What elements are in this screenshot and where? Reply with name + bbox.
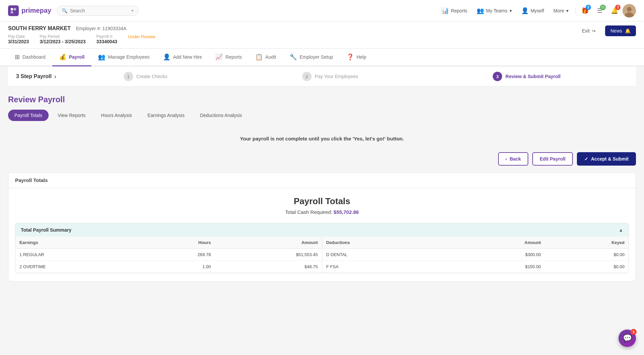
accept-icon: ✓ [584,156,588,162]
earning-hours-1: 1.00 [139,261,215,273]
svg-rect-1 [14,8,16,10]
tab-dashboard[interactable]: ⊞ Dashboard [8,49,52,66]
nav-divider [575,7,576,14]
pay-period-value: 3/12/2023 - 3/25/2023 [40,39,86,44]
exit-button[interactable]: Exit ↪ [578,26,600,36]
employer-name: SOUTH FERRY MARKET [8,25,71,32]
nav-myself-label: Myself [531,8,544,13]
employer-meta: Pay Date: 3/31/2023 Pay Period: 3/12/202… [8,34,155,44]
myself-icon: 👤 [521,7,529,14]
employer-info: SOUTH FERRY MARKET Employer #: 11903334A… [8,25,155,44]
nav-reports-label: Reports [451,8,467,13]
nav-myself[interactable]: 👤 Myself [517,4,548,17]
action-buttons: ‹ Back Edit Payroll ✓ Accept & Submit [8,148,636,172]
my-teams-chevron-icon: ▾ [509,8,512,13]
step-1-label: Create Checks [137,74,168,79]
step-payroll-title: 3 Step Payroll › [16,73,56,80]
list-button[interactable]: ☰ 11 [593,4,606,17]
earnings-table-half: Earnings Hours Amount 1 REGULAR 269.78 [15,237,322,273]
tab-dashboard-label: Dashboard [22,54,46,60]
pay-period-item: Pay Period: 3/12/2023 - 3/25/2023 [40,34,86,44]
tab-manage-employees[interactable]: 👥 Manage Employees [91,49,156,66]
tab-reports[interactable]: 📈 Reports [209,49,249,66]
step-1-num: 1 [124,72,133,81]
deduction-name-0: D DENTAL [322,249,448,261]
tab-add-new-hire[interactable]: 👤 Add New Hire [156,49,209,66]
employer-number: Employer #: 11903334A [76,26,126,31]
amount-col-header: Amount [215,237,322,249]
back-button[interactable]: ‹ Back [498,152,528,166]
nav-my-teams[interactable]: 👥 My Teams ▾ [473,4,516,17]
sub-tab-deductions-analysis[interactable]: Deductions Analysis [194,110,248,121]
nav-more[interactable]: More ▾ [549,5,573,16]
svg-rect-2 [11,11,13,13]
tab-reports-label: Reports [225,54,242,60]
steps-container: 1 Create Checks 2 Pay Your Employees 3 R… [56,72,628,81]
payroll-icon: 💰 [59,53,66,61]
edit-payroll-button[interactable]: Edit Payroll [532,152,573,166]
tab-audit[interactable]: 📋 Audit [249,49,283,66]
earning-amount-1: $48.75 [215,261,322,273]
earnings-table: Earnings Hours Amount 1 REGULAR 269.78 [15,237,322,273]
logo[interactable]: primepay [8,5,51,16]
tab-payroll[interactable]: 💰 Payroll [52,49,92,66]
news-button[interactable]: News 🔔 [605,25,636,36]
top-navigation: primepay 🔍 ▾ 📊 Reports 👥 My Teams ▾ 👤 My… [0,0,644,21]
teams-icon: 👥 [477,7,484,14]
employer-setup-icon: 🔧 [289,53,297,61]
svg-rect-0 [11,8,13,10]
tab-help[interactable]: ❓ Help [340,49,373,66]
employer-top: SOUTH FERRY MARKET Employer #: 11903334A [8,25,155,32]
sub-tab-hours-analysis[interactable]: Hours Analysis [95,110,139,121]
step-payroll-bar: 3 Step Payroll › 1 Create Checks 2 Pay Y… [8,66,636,87]
payroll-totals-title: Payroll Totals [15,196,629,206]
step-3-num: 3 [493,72,502,81]
warning-message: Your payroll is not complete until you c… [8,129,636,148]
step-3[interactable]: 3 Review & Submit Payroll [493,72,560,81]
nav-my-teams-label: My Teams [486,8,507,13]
sub-tab-view-reports[interactable]: View Reports [51,110,92,121]
gifts-button[interactable]: 🎁 2 [578,4,592,17]
review-section: Review Payroll Payroll Totals View Repor… [8,87,636,287]
logo-text: primepay [21,7,51,14]
deductions-amount-col-header: Amount [448,237,545,249]
sub-tab-payroll-totals[interactable]: Payroll Totals [8,110,49,121]
search-box[interactable]: 🔍 ▾ [57,6,139,16]
review-payroll-title: Review Payroll [8,95,636,104]
tab-employer-setup-label: Employer Setup [300,54,333,60]
deductions-table-half: Deductions Amount Keyed D DENTAL $300.00 [322,237,629,273]
notification-button[interactable]: 🔔 3 [608,4,621,17]
deduction-keyed-0: $0.00 [545,249,629,261]
status-badge[interactable]: Under Review [128,34,156,44]
list-badge: 11 [600,5,606,10]
earnings-row-0: 1 REGULAR 269.78 $51,553.45 [15,249,322,261]
avatar[interactable] [623,4,636,17]
step-1[interactable]: 1 Create Checks [124,72,168,81]
step-2[interactable]: 2 Pay Your Employees [302,72,358,81]
accept-submit-button[interactable]: ✓ Accept & Submit [577,152,636,166]
sub-tab-earnings-analysis[interactable]: Earnings Analysis [141,110,191,121]
add-new-hire-icon: 👤 [163,53,170,61]
manage-employees-icon: 👥 [98,53,105,61]
logo-icon [8,5,19,16]
earning-name-1: 2 OVERTIME [15,261,139,273]
search-input[interactable] [70,8,129,13]
svg-point-4 [627,7,632,12]
nav-reports[interactable]: 📊 Reports [437,4,471,17]
reports-tab-icon: 📈 [215,53,223,61]
pay-date-label: Pay Date: [8,34,29,39]
tables-row: Earnings Hours Amount 1 REGULAR 269.78 [15,237,629,273]
deduction-name-1: F FSA [322,261,448,273]
hours-col-header: Hours [139,237,215,249]
warning-text: Your payroll is not complete until you c… [240,136,404,141]
summary-header-label: Total Payroll Summary [21,227,71,233]
tab-payroll-label: Payroll [69,54,85,60]
earning-hours-0: 269.78 [139,249,215,261]
summary-header[interactable]: Total Payroll Summary ▲ [15,223,629,237]
edit-payroll-label: Edit Payroll [540,156,566,162]
tab-employer-setup[interactable]: 🔧 Employer Setup [283,49,340,66]
payroll-num-label: Payroll #: [96,34,117,39]
total-cash-required: Total Cash Required: $55,702.86 [15,209,629,215]
deduction-amount-0: $300.00 [448,249,545,261]
help-icon: ❓ [346,53,354,61]
